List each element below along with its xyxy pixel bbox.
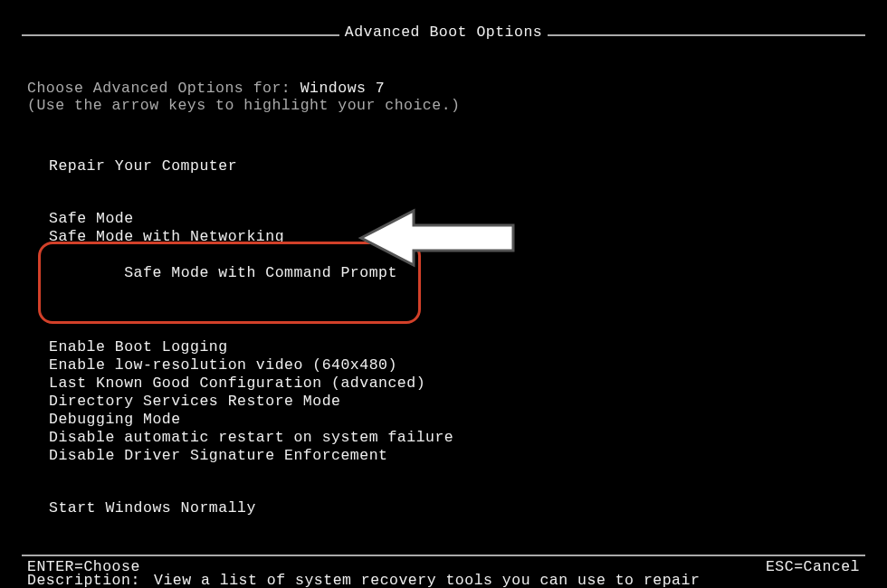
os-name: Windows 7 [300,80,386,97]
menu-item-disable-auto-restart[interactable]: Disable automatic restart on system fail… [49,429,860,447]
menu-item-repair-your-computer[interactable]: Repair Your Computer [49,157,860,175]
footer-enter-hint: ENTER=Choose [27,558,140,575]
menu-item-last-known-good[interactable]: Last Known Good Configuration (advanced) [49,375,860,393]
menu-item-safe-mode-command-prompt[interactable]: Safe Mode with Command Prompt [49,246,397,318]
screen-title-bar: Advanced Boot Options [22,24,865,42]
menu-item-start-windows-normally[interactable]: Start Windows Normally [49,499,860,517]
menu-item-disable-driver-sig[interactable]: Disable Driver Signature Enforcement [49,447,860,465]
menu-item-safe-mode-networking[interactable]: Safe Mode with Networking [49,228,860,246]
intro-line-2: (Use the arrow keys to highlight your ch… [27,97,860,114]
menu-item-ds-restore-mode[interactable]: Directory Services Restore Mode [49,393,860,411]
menu-item-debugging-mode[interactable]: Debugging Mode [49,411,860,429]
menu-item-safe-mode[interactable]: Safe Mode [49,210,860,228]
highlight-ring [38,242,421,324]
screen-title: Advanced Boot Options [339,24,548,41]
intro-line-1: Choose Advanced Options for: Windows 7 [27,80,860,97]
menu-item-enable-boot-logging[interactable]: Enable Boot Logging [49,338,860,356]
footer-esc-hint: ESC=Cancel [766,558,860,575]
menu-item-low-res-video[interactable]: Enable low-resolution video (640x480) [49,356,860,375]
